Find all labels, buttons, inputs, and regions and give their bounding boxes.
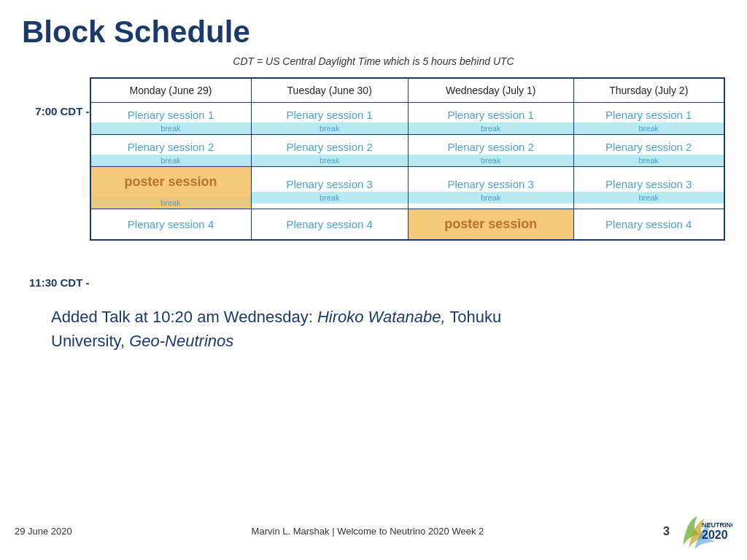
break-label: break [574,122,724,134]
time-label-top: 7:00 CDT - [35,105,89,117]
page-title: Block Schedule [22,15,725,50]
page: Block Schedule CDT = US Central Daylight… [0,0,747,560]
session-text: Plenary session 1 [123,103,218,122]
cell-thu-3: Plenary session 3 break [573,167,724,209]
col-header-wednesday: Wednesday (July 1) [408,78,573,103]
cell-tue-1: Plenary session 1 break [251,103,408,135]
schedule-table: Monday (June 29) Tuesday (June 30) Wedne… [90,77,725,241]
cell-thu-1: Plenary session 1 break [573,103,724,135]
footer-page-number: 3 [663,525,670,538]
col-header-thursday: Thursday (July 2) [573,78,724,103]
logo-svg: NEUTRINO 2020 [674,511,732,551]
session-text: Plenary session 4 [601,212,696,236]
time-label-bottom: 11:30 CDT - [29,276,90,289]
col-header-tuesday: Tuesday (June 30) [251,78,408,103]
break-label: break [252,122,408,134]
break-label: break [409,155,573,166]
session-text: Plenary session 3 [443,172,538,192]
logo-neutrino2020: NEUTRINO 2020 [674,511,732,551]
poster-session-text: poster session [120,167,222,197]
table-header-row: Monday (June 29) Tuesday (June 30) Wedne… [90,78,724,103]
break-label: break [252,155,408,166]
cell-tue-3: Plenary session 3 break [251,167,408,209]
poster-session-text: poster session [440,209,541,239]
col-header-monday: Monday (June 29) [90,78,252,103]
table-row: Plenary session 4 Plenary session 4 post… [90,209,724,241]
session-text: Plenary session 3 [601,172,696,192]
cell-wed-1: Plenary session 1 break [408,103,573,135]
cell-mon-3: poster session break [90,167,252,209]
break-label: break [252,192,408,203]
cell-thu-2: Plenary session 2 break [573,135,724,167]
cell-wed-3: Plenary session 3 break [408,167,573,209]
table-row: Plenary session 2 break Plenary session … [90,135,724,167]
schedule-area: 7:00 CDT - 11:30 CDT - Monday (June 29) … [29,77,725,289]
added-talk-speaker: Hiroko Watanabe, [317,308,446,326]
table-row: poster session break Plenary session 3 b… [90,167,724,209]
session-text: Plenary session 2 [282,135,376,155]
break-label: break [91,155,251,166]
break-label: break [409,122,573,134]
session-text: Plenary session 4 [123,212,218,236]
break-label: break [574,155,724,166]
session-text: Plenary session 2 [123,135,218,155]
footer-center-text: Marvin L. Marshak | Welcome to Neutrino … [252,526,484,537]
added-talk-univ: University, [51,332,129,350]
session-text: Plenary session 4 [282,212,376,236]
time-labels: 7:00 CDT - 11:30 CDT - [29,77,90,289]
session-text: Plenary session 1 [443,103,538,122]
subtitle: CDT = US Central Daylight Time which is … [22,55,725,67]
added-talk-title: Geo-Neutrinos [129,332,233,350]
svg-text:NEUTRINO: NEUTRINO [702,521,732,529]
footer: 29 June 2020 Marvin L. Marshak | Welcome… [0,511,747,551]
break-label: break [409,192,573,203]
break-label: break [91,122,251,134]
cell-tue-4: Plenary session 4 [251,209,408,241]
cell-mon-4: Plenary session 4 [90,209,252,241]
session-text: Plenary session 1 [601,103,696,122]
footer-date: 29 June 2020 [15,526,72,537]
session-text: Plenary session 1 [282,103,376,122]
added-talk-middle: Tohuku [446,308,502,326]
break-label: break [91,197,251,209]
cell-mon-2: Plenary session 2 break [90,135,252,167]
break-label: break [574,192,724,203]
added-talk-section: Added Talk at 10:20 am Wednesday: Hiroko… [51,305,725,353]
cell-thu-4: Plenary session 4 [573,209,724,241]
session-text: Plenary session 2 [443,135,538,155]
table-row: Plenary session 1 break Plenary session … [90,103,724,135]
cell-wed-2: Plenary session 2 break [408,135,573,167]
session-text: Plenary session 3 [282,172,376,192]
session-text: Plenary session 2 [601,135,696,155]
cell-wed-4: poster session [408,209,573,241]
cell-mon-1: Plenary session 1 break [90,103,252,135]
added-talk-prefix: Added Talk at 10:20 am Wednesday: [51,308,317,326]
svg-text:2020: 2020 [702,529,728,541]
cell-tue-2: Plenary session 2 break [251,135,408,167]
